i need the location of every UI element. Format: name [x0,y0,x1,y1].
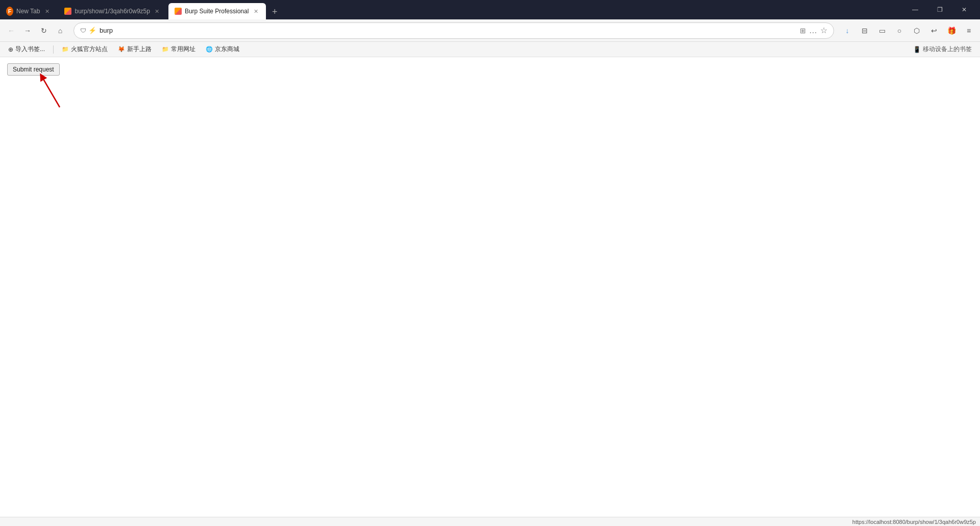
library-button[interactable]: ⊟ [857,23,872,38]
shield-icon: 🛡 [80,27,86,34]
tab-favicon-burpshow [64,8,71,15]
separator [53,45,54,54]
globe-icon: 🌐 [206,46,213,53]
folder-icon-2: 📁 [162,46,169,53]
mobile-bookmarks-label: 移动设备上的书签 [923,45,972,54]
tab-favicon-burpsuite [175,8,182,15]
back-button[interactable]: ← [4,23,18,38]
address-right-icons: ⊞ … ☆ [800,26,827,35]
tab-close-burpsuite[interactable]: ✕ [252,7,260,15]
tab-favicon-newtab: F [6,8,13,15]
gift-button[interactable]: 🎁 [944,23,959,38]
menu-button[interactable]: ≡ [962,23,976,38]
address-text: burp [100,27,797,34]
tab-burpshow[interactable]: burp/show/1/3qah6r0w9z5p ✕ [58,3,167,19]
statusbar: https://localhost:8080/burp/show/1/3qah6… [0,517,980,526]
firefox-icon-1: 🦊 [118,46,125,53]
download-button[interactable]: ↓ [840,23,854,38]
refresh-button[interactable]: ↻ [37,23,51,38]
burp-favicon-icon [64,8,71,15]
svg-line-1 [42,77,60,107]
minimize-button[interactable]: — [903,0,927,19]
tab-burpsuite[interactable]: Burp Suite Professional ✕ [168,3,266,19]
folder-icon-1: 📁 [62,46,69,53]
home-button[interactable]: ⌂ [53,23,67,38]
tabs-area: F New Tab ✕ burp/show/1/3qah6r0w9z5p ✕ B… [0,0,903,19]
tab-title-burpsuite: Burp Suite Professional [185,8,249,15]
forward-button[interactable]: → [20,23,35,38]
bookmark-label-2: 新手上路 [127,45,152,54]
qr-code-icon[interactable]: ⊞ [800,27,806,35]
main-content: Submit request [0,57,980,526]
tab-title-newtab: New Tab [16,8,40,15]
account-button[interactable]: ○ [892,23,906,38]
new-tab-button[interactable]: + [267,4,282,19]
window-controls: — ❐ ✕ [903,0,980,19]
burp-proxy-icon: ⚡ [88,27,96,34]
firefox-logo-icon: F [6,7,13,16]
burp-favicon-active-icon [175,8,182,15]
tab-newtab[interactable]: F New Tab ✕ [0,3,57,19]
import-icon: ⊕ [8,46,13,53]
bookmark-newbie[interactable]: 🦊 新手上路 [114,44,156,55]
toolbar-right: ↓ ⊟ ▭ ○ ⬡ ↩ 🎁 ≡ [840,23,976,38]
tab-close-newtab[interactable]: ✕ [43,7,51,15]
submit-request-button[interactable]: Submit request [7,63,60,76]
bookmarks-bar: ⊕ 导入书签... 📁 火狐官方站点 🦊 新手上路 📁 常用网址 🌐 京东商城 … [0,42,980,57]
maximize-button[interactable]: ❐ [928,0,951,19]
address-bar[interactable]: 🛡 ⚡ burp ⊞ … ☆ [74,22,834,39]
import-label: 导入书签... [15,45,45,54]
mobile-device-icon: 📱 [913,46,921,53]
address-security-icons: 🛡 ⚡ [80,27,96,34]
extensions-button[interactable]: ⬡ [910,23,924,38]
bookmark-common[interactable]: 📁 常用网址 [158,44,200,55]
bookmark-star-icon[interactable]: ☆ [820,26,827,35]
tab-title-burpshow: burp/show/1/3qah6r0w9z5p [75,8,150,15]
bookmark-label-3: 常用网址 [171,45,195,54]
back-action-button[interactable]: ↩ [927,23,941,38]
tab-close-burpshow[interactable]: ✕ [153,7,161,15]
statusbar-url: https://localhost:8080/burp/show/1/3qah6… [852,519,976,525]
bookmarks-right: 📱 移动设备上的书签 [909,44,976,55]
more-options-icon[interactable]: … [809,26,817,35]
bookmark-label-4: 京东商城 [215,45,239,54]
bookmark-jd[interactable]: 🌐 京东商城 [202,44,243,55]
bookmark-label-1: 火狐官方站点 [71,45,108,54]
red-arrow-annotation [37,71,67,112]
bookmark-huhu[interactable]: 📁 火狐官方站点 [58,44,112,55]
container-button[interactable]: ▭ [875,23,889,38]
close-button[interactable]: ✕ [952,0,976,19]
titlebar: F New Tab ✕ burp/show/1/3qah6r0w9z5p ✕ B… [0,0,980,19]
import-bookmarks[interactable]: ⊕ 导入书签... [4,44,49,55]
mobile-bookmarks[interactable]: 📱 移动设备上的书签 [909,44,976,55]
navbar: ← → ↻ ⌂ 🛡 ⚡ burp ⊞ … ☆ ↓ ⊟ ▭ ○ ⬡ ↩ 🎁 ≡ [0,19,980,42]
